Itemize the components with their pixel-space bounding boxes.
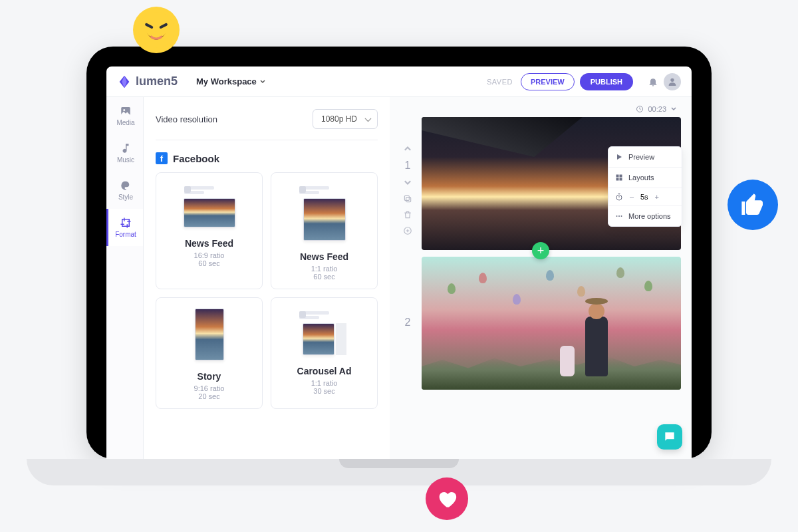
svg-point-1 bbox=[670, 78, 674, 81]
format-panel: Video resolution 1080p HD f Facebook bbox=[144, 97, 390, 459]
format-duration: 60 sec bbox=[198, 259, 219, 267]
scene-context-menu: Preview Layouts – 5s + bbox=[608, 146, 682, 227]
like-emoji-badge bbox=[728, 180, 778, 230]
platform-name: Facebook bbox=[173, 153, 219, 164]
publish-button[interactable]: PUBLISH bbox=[580, 73, 633, 90]
clock-icon bbox=[636, 105, 644, 113]
duration-value: 5s bbox=[640, 193, 648, 201]
svg-point-16 bbox=[621, 215, 622, 217]
resolution-select[interactable]: 1080p HD bbox=[313, 109, 378, 129]
resolution-row: Video resolution 1080p HD bbox=[156, 106, 378, 140]
rail-item-media[interactable]: Media bbox=[106, 97, 143, 134]
add-circle-icon[interactable] bbox=[403, 226, 412, 235]
resolution-label: Video resolution bbox=[156, 114, 217, 124]
crop-icon bbox=[120, 217, 132, 229]
laptop-frame: lumen5 My Workspace SAVED PREVIEW PUBLIS… bbox=[86, 47, 712, 459]
bell-icon bbox=[648, 76, 658, 87]
format-thumbnail bbox=[295, 184, 354, 241]
rail-item-format[interactable]: Format bbox=[106, 209, 143, 246]
format-card-newsfeed-11[interactable]: News Feed 1:1 ratio 60 sec bbox=[271, 172, 378, 289]
format-duration: 30 sec bbox=[313, 387, 334, 395]
format-card-newsfeed-169[interactable]: News Feed 16:9 ratio 60 sec bbox=[156, 172, 263, 289]
support-chat-button[interactable] bbox=[657, 424, 682, 450]
scene-controls: 2 bbox=[400, 257, 415, 390]
scene-number: 2 bbox=[405, 283, 411, 329]
menu-label: Preview bbox=[628, 153, 654, 161]
workspace-label: My Workspace bbox=[196, 76, 257, 86]
chevron-up-icon[interactable] bbox=[403, 144, 412, 153]
menu-label: More options bbox=[628, 212, 671, 220]
menu-duration: – 5s + bbox=[608, 188, 682, 206]
menu-layouts[interactable]: Layouts bbox=[608, 168, 682, 188]
svg-rect-12 bbox=[620, 178, 622, 181]
format-ratio: 16:9 ratio bbox=[194, 251, 225, 259]
copy-icon[interactable] bbox=[403, 194, 412, 203]
format-title: News Feed bbox=[300, 251, 348, 262]
side-rail: Media Music Style Format bbox=[106, 97, 144, 459]
workspace-dropdown[interactable]: My Workspace bbox=[196, 76, 266, 86]
image-icon bbox=[120, 105, 132, 117]
rail-label: Music bbox=[117, 156, 134, 164]
svg-point-14 bbox=[616, 215, 618, 217]
music-icon bbox=[120, 142, 132, 154]
user-avatar[interactable] bbox=[664, 73, 681, 90]
format-duration: 60 sec bbox=[313, 273, 334, 281]
format-ratio: 1:1 ratio bbox=[311, 379, 338, 387]
menu-label: Layouts bbox=[628, 174, 654, 182]
user-icon bbox=[667, 76, 678, 87]
svg-rect-7 bbox=[404, 196, 409, 200]
format-thumbnail bbox=[180, 309, 239, 360]
rail-item-music[interactable]: Music bbox=[106, 134, 143, 172]
app-window: lumen5 My Workspace SAVED PREVIEW PUBLIS… bbox=[106, 66, 692, 459]
stopwatch-icon bbox=[615, 193, 623, 201]
chevron-down-icon[interactable] bbox=[403, 178, 412, 188]
format-title: News Feed bbox=[185, 238, 233, 249]
platform-heading: f Facebook bbox=[156, 152, 378, 164]
rail-label: Style bbox=[118, 194, 133, 201]
dots-icon bbox=[615, 212, 623, 220]
svg-point-3 bbox=[123, 109, 125, 111]
format-ratio: 9:16 ratio bbox=[194, 384, 225, 392]
top-bar: lumen5 My Workspace SAVED PREVIEW PUBLIS… bbox=[106, 66, 692, 97]
format-card-story[interactable]: Story 9:16 ratio 20 sec bbox=[156, 297, 263, 409]
format-title: Carousel Ad bbox=[297, 366, 352, 376]
grid-icon bbox=[615, 174, 623, 182]
scene-controls: 1 bbox=[400, 117, 415, 250]
menu-preview[interactable]: Preview bbox=[608, 147, 682, 168]
duration-decrease[interactable]: – bbox=[627, 193, 636, 201]
format-duration: 20 sec bbox=[198, 392, 219, 400]
scene-image[interactable] bbox=[422, 257, 681, 390]
rail-label: Format bbox=[115, 231, 136, 238]
total-duration-value: 00:23 bbox=[648, 105, 666, 113]
format-thumbnail bbox=[180, 184, 239, 227]
notifications-button[interactable] bbox=[645, 74, 661, 90]
storyboard-canvas: 00:23 1 bbox=[390, 97, 692, 459]
trash-icon[interactable] bbox=[403, 210, 412, 219]
heart-emoji-badge bbox=[426, 477, 468, 520]
logo-icon bbox=[117, 74, 132, 89]
svg-point-0 bbox=[138, 12, 174, 48]
scene-number: 1 bbox=[405, 160, 411, 172]
brand-logo[interactable]: lumen5 bbox=[117, 74, 178, 89]
brand-name: lumen5 bbox=[136, 74, 178, 88]
laptop-base bbox=[27, 459, 771, 485]
resolution-value: 1080p HD bbox=[321, 114, 357, 124]
save-status: SAVED bbox=[487, 78, 513, 86]
palette-icon bbox=[120, 180, 132, 192]
rail-item-style[interactable]: Style bbox=[106, 172, 143, 209]
laugh-emoji-badge bbox=[133, 7, 180, 53]
add-scene-button[interactable]: + bbox=[532, 242, 549, 259]
menu-more-options[interactable]: More options bbox=[608, 206, 682, 226]
svg-rect-11 bbox=[616, 178, 619, 181]
preview-button[interactable]: PREVIEW bbox=[521, 73, 575, 90]
svg-rect-10 bbox=[620, 175, 622, 178]
facebook-icon: f bbox=[156, 152, 168, 164]
format-card-carousel[interactable]: Carousel Ad 1:1 ratio 30 sec bbox=[271, 297, 378, 409]
total-duration-row[interactable]: 00:23 bbox=[400, 104, 681, 117]
chevron-down-icon bbox=[670, 106, 677, 112]
scene-row: 1 Preview bbox=[400, 117, 681, 250]
format-ratio: 1:1 ratio bbox=[311, 265, 338, 273]
duration-increase[interactable]: + bbox=[652, 193, 662, 201]
svg-rect-4 bbox=[122, 219, 130, 227]
svg-rect-6 bbox=[406, 198, 411, 202]
